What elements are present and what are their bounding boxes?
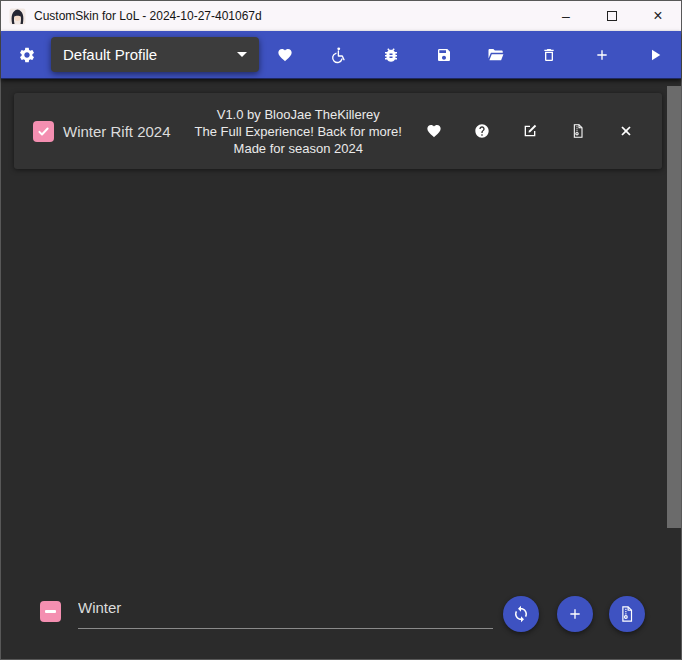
close-button[interactable]: × — [635, 1, 681, 31]
heart-icon — [277, 47, 293, 63]
zip-file-icon — [618, 605, 636, 623]
indeterminate-icon — [45, 610, 56, 613]
main-toolbar: Default Profile — [1, 31, 681, 79]
maximize-icon — [607, 11, 617, 21]
filter-input[interactable] — [78, 593, 493, 629]
add-mod-button[interactable] — [557, 596, 593, 632]
skin-card-actions — [426, 122, 662, 140]
refresh-button[interactable] — [503, 596, 539, 632]
minimize-button[interactable]: – — [543, 1, 589, 31]
chevron-down-icon — [237, 52, 247, 62]
edit-button[interactable] — [522, 123, 538, 139]
refresh-sync-icon — [512, 605, 530, 623]
window-controls: – × — [543, 1, 681, 31]
edit-icon — [522, 123, 538, 139]
add-button[interactable] — [576, 31, 629, 79]
bug-icon — [382, 46, 400, 64]
maximize-button[interactable] — [589, 1, 635, 31]
open-folder-button[interactable] — [470, 31, 523, 79]
remove-button[interactable] — [618, 124, 634, 138]
help-button[interactable] — [474, 123, 490, 139]
window-title: CustomSkin for LoL - 2024-10-27-401067d — [34, 9, 262, 23]
skin-name: Winter Rift 2024 — [63, 123, 171, 140]
favorite-button[interactable] — [259, 31, 312, 79]
skin-description: V1.0 by BlooJae TheKillerey The Full Exp… — [194, 106, 402, 157]
check-icon — [36, 124, 51, 139]
trash-icon — [541, 47, 557, 63]
favorite-button[interactable] — [426, 123, 442, 139]
folder-open-icon — [487, 46, 505, 64]
play-icon — [646, 46, 664, 64]
skin-card: Winter Rift 2024 V1.0 by BlooJae TheKill… — [14, 93, 662, 169]
bug-report-button[interactable] — [365, 31, 418, 79]
mod-list-area: Winter Rift 2024 V1.0 by BlooJae TheKill… — [1, 79, 681, 659]
heart-icon — [426, 123, 442, 139]
title-bar: CustomSkin for LoL - 2024-10-27-401067d … — [1, 1, 681, 31]
scrollbar-thumb[interactable] — [667, 86, 681, 528]
zip-file-icon — [570, 122, 586, 140]
app-logo-icon — [9, 8, 26, 25]
close-x-icon — [619, 124, 633, 138]
save-button[interactable] — [417, 31, 470, 79]
select-all-checkbox[interactable] — [40, 601, 61, 622]
toolbar-actions — [259, 31, 681, 79]
gear-icon — [18, 46, 36, 64]
app-window: CustomSkin for LoL - 2024-10-27-401067d … — [0, 0, 682, 660]
close-icon: × — [653, 7, 662, 25]
import-zip-button[interactable] — [609, 596, 645, 632]
wheelchair-icon — [329, 46, 347, 64]
run-button[interactable] — [628, 31, 681, 79]
plus-icon — [594, 47, 610, 63]
accessibility-button[interactable] — [312, 31, 365, 79]
skin-enabled-checkbox[interactable] — [33, 121, 54, 142]
delete-button[interactable] — [523, 31, 576, 79]
profile-dropdown[interactable]: Default Profile — [51, 37, 259, 72]
plus-icon — [567, 606, 583, 622]
minimize-icon: – — [562, 8, 570, 24]
floppy-save-icon — [436, 47, 452, 63]
export-zip-button[interactable] — [570, 122, 586, 140]
settings-button[interactable] — [9, 31, 45, 79]
question-circle-icon — [474, 123, 490, 139]
profile-dropdown-value: Default Profile — [63, 46, 157, 63]
